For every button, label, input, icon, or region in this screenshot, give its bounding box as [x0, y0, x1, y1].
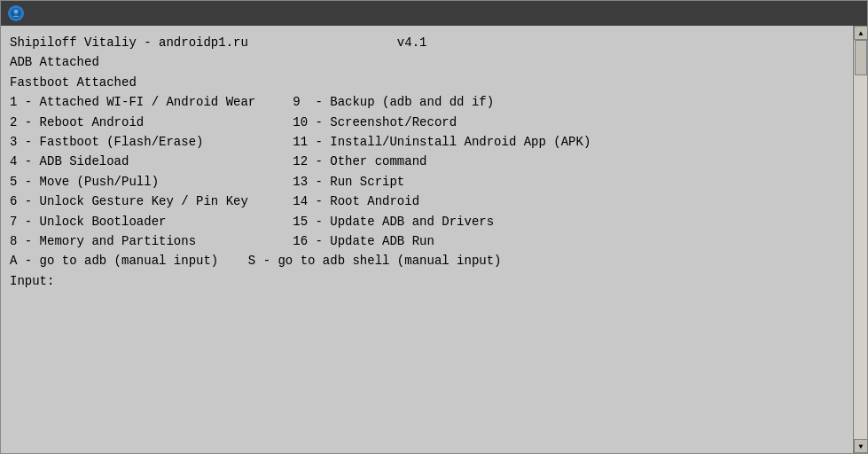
menu-item-8: 8 - Memory and Partitions 16 - Update AD…	[10, 231, 844, 251]
scroll-up-button[interactable]: ▲	[854, 26, 868, 40]
main-window: Shipiloff Vitaliy - androidp1.ru v4.1ADB…	[0, 0, 868, 454]
menu-item-2: 2 - Reboot Android 10 - Screenshot/Recor…	[10, 113, 844, 132]
header-line: Shipiloff Vitaliy - androidp1.ru v4.1	[10, 33, 844, 52]
input-line: Input:	[10, 271, 844, 291]
scroll-thumb[interactable]	[855, 40, 867, 75]
footer-line: A - go to adb (manual input) S - go to a…	[10, 251, 844, 270]
menu-item-7: 7 - Unlock Bootloader 15 - Update ADB an…	[10, 212, 844, 231]
menu-item-1: 1 - Attached WI-FI / Android Wear 9 - Ba…	[10, 92, 844, 112]
menu-item-5: 5 - Move (Push/Pull) 13 - Run Script	[10, 172, 844, 192]
content-area: Shipiloff Vitaliy - androidp1.ru v4.1ADB…	[1, 26, 867, 453]
title-bar	[1, 1, 867, 26]
maximize-button[interactable]	[778, 1, 819, 26]
scroll-down-button[interactable]: ▼	[854, 439, 868, 453]
fastboot-status: Fastboot Attached	[10, 73, 844, 92]
terminal-output[interactable]: Shipiloff Vitaliy - androidp1.ru v4.1ADB…	[1, 26, 853, 453]
app-icon	[8, 5, 24, 21]
menu-item-4: 4 - ADB Sideload 12 - Other command	[10, 152, 844, 171]
close-button[interactable]	[819, 1, 860, 26]
adb-status: ADB Attached	[10, 52, 844, 72]
window-controls	[738, 1, 860, 26]
minimize-button[interactable]	[738, 1, 778, 26]
menu-item-3: 3 - Fastboot (Flash/Erase) 11 - Install/…	[10, 132, 844, 152]
scrollbar[interactable]: ▲ ▼	[853, 26, 867, 453]
menu-item-6: 6 - Unlock Gesture Key / Pin Key 14 - Ro…	[10, 192, 844, 211]
scroll-track	[854, 40, 867, 439]
svg-point-1	[14, 10, 19, 14]
